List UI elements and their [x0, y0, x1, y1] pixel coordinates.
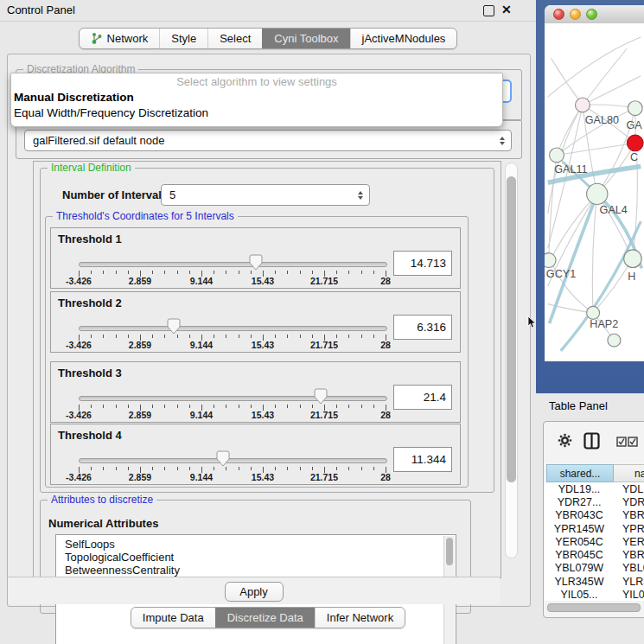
column-header-shared-name[interactable]: shared...: [546, 464, 614, 482]
combo-arrows-icon: [358, 191, 363, 200]
number-of-intervals-label: Number of Intervals: [62, 188, 168, 201]
gcy1-node[interactable]: [545, 253, 556, 268]
table-row[interactable]: YER054CYER0: [545, 535, 644, 548]
table-row[interactable]: YDR27...YDR2: [545, 495, 644, 508]
gal80-node[interactable]: [576, 98, 590, 112]
algorithm-option-manual[interactable]: Manual Discretization: [11, 90, 502, 105]
gal11-node[interactable]: [550, 148, 564, 163]
tab-impute-data[interactable]: Impute Data: [131, 608, 215, 628]
threshold-value-field[interactable]: 6.316: [393, 315, 452, 340]
network-canvas[interactable]: GAL80GACGAL11GAL4GCY1HHAP2: [545, 23, 644, 361]
cell-name: YPR1: [614, 523, 644, 535]
network-edge[interactable]: [583, 48, 627, 105]
network-edge[interactable]: [548, 37, 641, 97]
tab-label: Select: [220, 29, 251, 48]
slider-tick: [128, 271, 129, 274]
float-window-icon[interactable]: [483, 5, 494, 16]
network-edge[interactable]: [593, 258, 633, 313]
slider-tick: [116, 467, 117, 470]
slider-tick-label: 21.715: [294, 472, 354, 482]
attribute-item[interactable]: BetweennessCentrality: [56, 564, 456, 577]
columns-icon[interactable]: [583, 432, 600, 450]
table-hscrollbar-thumb[interactable]: [547, 603, 641, 612]
top-tabs-segment: NetworkStyleSelectCyni ToolboxjActiveMNo…: [79, 28, 458, 49]
network-edge-thick[interactable]: [561, 221, 641, 351]
attribute-item[interactable]: SelfLoops: [56, 538, 456, 551]
table-data-combobox[interactable]: galFiltered.sif default node: [24, 130, 512, 151]
slider-tick: [336, 405, 337, 408]
tab-network[interactable]: Network: [80, 29, 160, 48]
slider-tick: [103, 405, 104, 408]
cut-bottom-node[interactable]: [608, 334, 621, 347]
apply-button[interactable]: Apply: [225, 582, 284, 602]
slider-tick: [103, 335, 104, 338]
hap2-node-label: HAP2: [590, 318, 618, 330]
tab-cyni-toolbox[interactable]: Cyni Toolbox: [262, 29, 349, 48]
attribute-item[interactable]: TopologicalCoefficient: [56, 551, 456, 564]
threshold-value-field[interactable]: 11.344: [393, 447, 452, 472]
threshold-slider-thumb[interactable]: [249, 254, 263, 271]
tab-infer-network[interactable]: Infer Network: [315, 608, 405, 628]
attributes-scrollbar-thumb[interactable]: [446, 538, 453, 565]
table-row[interactable]: YDL19...YDL1: [545, 482, 644, 495]
checkbox-pair-icon[interactable]: [616, 437, 639, 447]
slider-tick-label: -3.426: [48, 340, 109, 350]
close-window-icon[interactable]: [553, 9, 564, 20]
minimize-window-icon[interactable]: [570, 9, 581, 20]
mouse-cursor: [527, 316, 538, 329]
slider-tick-label: 28: [355, 340, 416, 350]
network-edge[interactable]: [583, 76, 641, 105]
cut-right-node[interactable]: [628, 101, 642, 116]
slider-tick: [239, 467, 239, 470]
tab-label: Style: [171, 29, 196, 48]
settings-scrollbar-thumb[interactable]: [507, 176, 516, 482]
network-edge[interactable]: [551, 194, 597, 260]
threshold-slider-thumb[interactable]: [314, 388, 328, 405]
network-window-titlebar[interactable]: [545, 5, 644, 24]
threshold-value-field[interactable]: 21.4: [393, 385, 452, 410]
slider-tick: [177, 405, 178, 408]
table-row[interactable]: YLR345WYLR3: [545, 575, 644, 588]
threshold-title: Threshold 3: [58, 367, 122, 379]
table-row[interactable]: YBR045CYBR0: [545, 548, 644, 561]
slider-tick: [116, 271, 117, 274]
close-icon[interactable]: ✕: [501, 3, 512, 16]
table-row[interactable]: YIL05...YIL0: [545, 588, 644, 601]
gal4-node[interactable]: [587, 183, 608, 204]
number-of-intervals-combobox[interactable]: 5: [161, 184, 370, 206]
network-graph: GAL80GACGAL11GAL4GCY1HHAP2: [545, 23, 644, 361]
tab-style[interactable]: Style: [159, 29, 207, 48]
slider-tick: [189, 271, 190, 274]
network-edge[interactable]: [592, 194, 596, 313]
threshold-title: Threshold 4: [58, 429, 122, 442]
slider-tick: [91, 467, 92, 470]
zoom-window-icon[interactable]: [586, 9, 597, 20]
table-row[interactable]: YPR145WYPR1: [545, 522, 644, 535]
threshold-slider-thumb[interactable]: [167, 318, 181, 335]
h-node[interactable]: [624, 250, 642, 268]
settings-scrollbar[interactable]: [505, 163, 518, 558]
algorithm-placeholder: Select algorithm to view settings: [11, 73, 502, 90]
threshold-value-field[interactable]: 14.713: [393, 251, 452, 276]
algorithm-option-equal-width[interactable]: Equal Width/Frequency Discretization: [11, 105, 502, 121]
threshold-panel-3: Threshold 3-3.4262.8599.14415.4321.71528…: [50, 361, 461, 423]
tab-jactivemnodules[interactable]: jActiveMNodules: [350, 29, 457, 48]
tab-discretize-data[interactable]: Discretize Data: [215, 608, 315, 628]
threshold-panel-4: Threshold 4-3.4262.8599.14415.4321.71528…: [50, 424, 461, 485]
threshold-slider-thumb[interactable]: [216, 450, 230, 467]
threshold-slider-track[interactable]: [79, 262, 387, 267]
red-node[interactable]: [627, 135, 643, 151]
gear-icon[interactable]: [558, 433, 572, 448]
threshold-slider-track[interactable]: [79, 396, 387, 401]
network-edge[interactable]: [583, 105, 635, 108]
table-row[interactable]: YBL079WYBL0: [545, 562, 644, 575]
threshold-slider-track[interactable]: [79, 458, 387, 463]
control-panel-titlebar: Control Panel ✕: [0, 0, 536, 22]
tab-select[interactable]: Select: [207, 29, 262, 48]
table-row[interactable]: YBR043CYBR0: [545, 509, 644, 522]
threshold-slider-track[interactable]: [79, 326, 387, 331]
gal4-node-label: GAL4: [600, 204, 628, 216]
table-horizontal-scrollbar[interactable]: [546, 603, 644, 611]
slider-tick: [226, 405, 226, 408]
column-header-name[interactable]: na: [614, 464, 644, 482]
